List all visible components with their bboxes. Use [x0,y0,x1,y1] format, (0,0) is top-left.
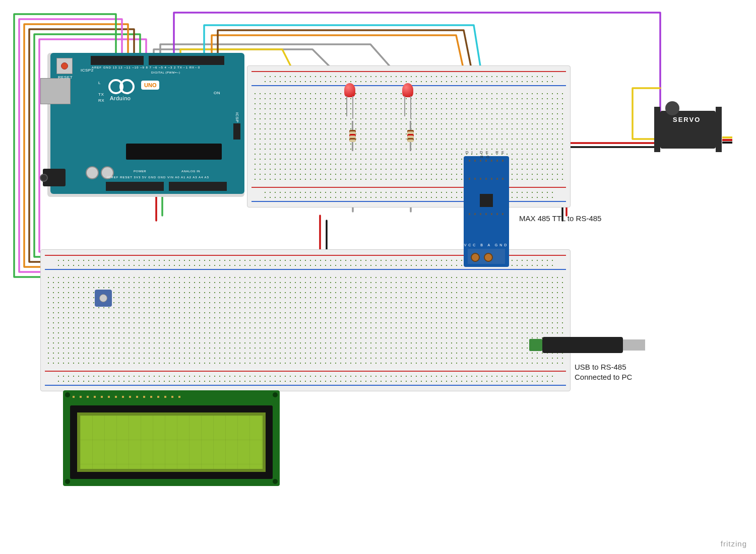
max485-bus-pins: VCC B A GND [464,243,509,247]
max485-module: DI DE RE RO VCC B A GND [464,156,509,267]
atmega-chip [126,144,222,160]
usb-a-plug [623,339,645,351]
usb485-caption2: Connected to PC [575,373,632,381]
servo-motor: SERVO [653,98,728,159]
bottom-pin-labels: IOREF RESET 3V3 5V GND GND VIN A0 A1 A2 … [107,176,209,179]
arduino-logo-icon [108,79,135,92]
led-2 [401,83,415,103]
lcd-header[interactable] [70,393,181,400]
icsp-header[interactable] [233,123,240,140]
icsp-label: ICSP [235,112,239,123]
l-label: L [98,81,101,85]
resistor-1 [350,121,355,151]
trimpot[interactable] [95,290,112,307]
arduino-uno: UNO Arduino RESET ICSP2 L TX RX ON ICSP … [50,53,244,194]
uno-badge: UNO [141,81,159,90]
servo-horn-icon [665,101,679,115]
capacitors [86,166,116,181]
lcd-screen [77,412,266,472]
rx-label: RX [98,98,104,103]
max485-res-row2 [467,212,506,217]
power-label: POWER [134,170,146,173]
max485-res-row1 [467,176,506,181]
digital-header-right[interactable] [149,56,224,65]
analog-label: ANALOG IN [181,170,200,173]
brand-text: Arduino [110,95,131,101]
tx-label: TX [98,92,104,97]
lcd-16x2 [63,390,280,486]
max485-ic [480,194,493,207]
on-label: ON [214,91,220,95]
usb-to-rs485-adapter [529,335,645,355]
max485-caption: MAX 485 TTL to RS-485 [519,214,601,223]
digital-header-left[interactable] [91,56,144,65]
terminal-screw-a[interactable] [484,253,493,262]
rs485-terminal[interactable] [529,339,542,351]
terminal-screw-b[interactable] [471,253,480,262]
reset-label: RESET [58,75,73,80]
power-header[interactable] [106,182,164,191]
led-1 [343,83,357,103]
usb485-caption1: USB to RS-485 [575,363,626,371]
barrel-jack [43,169,66,186]
analog-header[interactable] [169,182,227,191]
top-pin-labels: AREF GND 13 12 ~11 ~10 ~9 8 7 ~6 ~5 4 ~3… [92,66,200,69]
servo-lead [722,136,732,145]
breadboard-bottom[interactable] [40,249,571,391]
servo-label: SERVO [673,116,701,123]
tool-watermark: fritzing [721,539,747,548]
resistor-2 [408,121,413,151]
usb-b-port [40,78,71,104]
digital-label: DIGITAL (PWM=~) [151,71,180,74]
reset-button[interactable] [56,58,73,74]
max485-top-pins[interactable] [467,158,506,163]
diagram-canvas: UNO Arduino RESET ICSP2 L TX RX ON ICSP … [0,0,756,554]
